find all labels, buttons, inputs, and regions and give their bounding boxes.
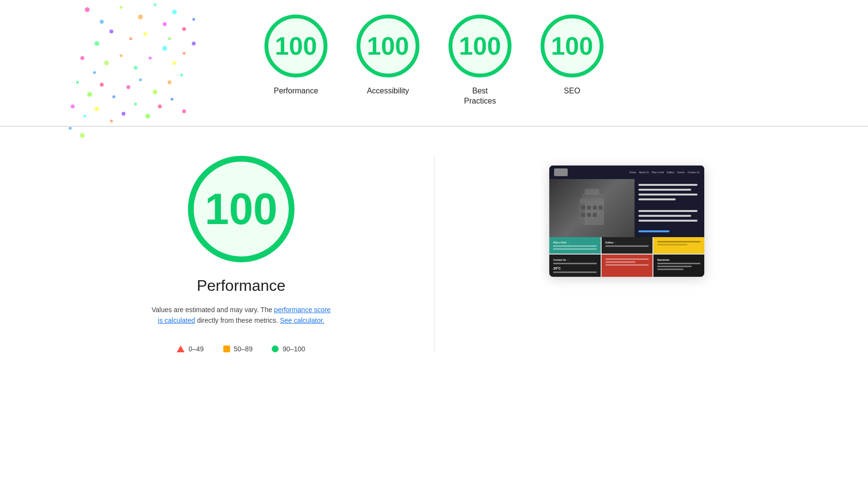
hero-line-2 — [638, 189, 691, 191]
cell-line-13 — [657, 269, 683, 270]
seo-score-item: 100 SEO — [541, 15, 604, 96]
hero-line-6 — [638, 215, 691, 217]
scores-section: 100 Performance 100 Accessibility 100 Be… — [0, 0, 868, 126]
performance-detail-panel: 100 Performance Values are estimated and… — [97, 156, 386, 353]
performance-value: 100 — [275, 33, 317, 59]
cell-line-10 — [605, 264, 649, 266]
grid-plan-visit: Plan a Visit → — [549, 237, 600, 254]
cell-line-9 — [605, 261, 636, 263]
accessibility-circle: 100 — [356, 15, 419, 77]
cell-line-8 — [605, 258, 649, 260]
cell-line-7 — [553, 271, 596, 273]
calculator-link[interactable]: See calculator. — [280, 316, 325, 324]
best-practices-value: 100 — [459, 33, 501, 59]
cell-line-11 — [657, 263, 700, 264]
description-prefix: Values are estimated and may vary. The — [152, 306, 274, 314]
big-performance-label: Performance — [197, 277, 285, 295]
screenshot-panel: Home About Us Plan a Visit Gallery Event… — [483, 156, 772, 353]
nav-home: Home — [630, 171, 636, 174]
performance-label: Performance — [274, 86, 318, 96]
cell-title-newsletter: Newsletter — [657, 258, 700, 261]
performance-description: Values are estimated and may vary. The p… — [152, 304, 331, 326]
accessibility-label: Accessibility — [367, 86, 409, 96]
svg-rect-52 — [599, 206, 603, 210]
cell-line-2 — [553, 248, 596, 250]
nav-about: About Us — [639, 171, 649, 174]
hero-line-5 — [638, 210, 698, 212]
cell-title-gallery: Gallery → — [605, 241, 649, 244]
legend-green-range: 90–100 — [282, 345, 305, 353]
grid-contact: Contact Us → 26°C — [549, 255, 600, 277]
cell-line-4 — [657, 241, 700, 242]
green-circle-icon — [272, 346, 279, 352]
cell-line-3 — [605, 245, 649, 247]
big-performance-value: 100 — [205, 187, 278, 231]
score-legend: 0–49 50–89 90–100 — [177, 345, 305, 353]
cell-line-12 — [657, 266, 692, 267]
best-practices-score-item: 100 BestPractices — [449, 15, 512, 106]
seo-circle: 100 — [541, 15, 604, 77]
seo-label: SEO — [564, 86, 580, 96]
orange-square-icon — [223, 346, 230, 352]
hero-line-7 — [638, 220, 698, 222]
building-image — [549, 179, 635, 237]
best-practices-label: BestPractices — [464, 86, 496, 106]
accessibility-value: 100 — [367, 33, 409, 59]
svg-rect-53 — [581, 213, 585, 217]
svg-rect-49 — [581, 206, 585, 210]
grid-gallery: Gallery → — [602, 237, 652, 254]
hero-line-4 — [638, 198, 676, 200]
nav-events: Events — [677, 171, 684, 174]
svg-rect-55 — [593, 213, 597, 217]
accessibility-score-item: 100 Accessibility — [356, 15, 419, 96]
hero-image — [549, 179, 635, 237]
cell-line-6 — [553, 263, 596, 264]
description-mid: directly from these metrics. — [195, 316, 280, 324]
svg-rect-54 — [587, 213, 591, 217]
site-screenshot: Home About Us Plan a Visit Gallery Event… — [549, 166, 704, 277]
site-nav: Home About Us Plan a Visit Gallery Event… — [630, 171, 700, 174]
hero-line-3 — [638, 194, 698, 196]
red-triangle-icon — [177, 346, 185, 352]
legend-orange-range: 50–89 — [234, 345, 253, 353]
building-svg — [577, 189, 606, 227]
legend-red: 0–49 — [177, 345, 203, 353]
cell-line-5 — [657, 244, 688, 245]
grid-red — [602, 255, 652, 277]
legend-red-range: 0–49 — [188, 345, 203, 353]
site-logo — [554, 168, 568, 176]
svg-rect-50 — [587, 206, 591, 210]
svg-rect-48 — [585, 189, 599, 195]
nav-gallery: Gallery — [666, 171, 674, 174]
svg-rect-47 — [582, 194, 602, 201]
performance-score-item: 100 Performance — [264, 15, 327, 96]
hero-line-1 — [638, 184, 698, 186]
seo-value: 100 — [551, 33, 593, 59]
legend-orange: 50–89 — [223, 345, 253, 353]
nav-contact: Contact Us — [688, 171, 700, 174]
site-grid: Plan a Visit → Gallery → Contact Us → 26… — [549, 237, 704, 277]
best-practices-circle: 100 — [449, 15, 512, 77]
grid-yellow — [653, 237, 704, 254]
hero-link-line — [638, 230, 669, 232]
vertical-divider — [434, 156, 434, 353]
detail-section: 100 Performance Values are estimated and… — [0, 127, 868, 373]
performance-circle: 100 — [264, 15, 327, 77]
hero-text — [635, 179, 704, 237]
legend-green: 90–100 — [272, 345, 305, 353]
cell-temp: 26°C — [553, 267, 596, 270]
svg-rect-51 — [593, 206, 597, 210]
site-header: Home About Us Plan a Visit Gallery Event… — [549, 166, 704, 179]
site-hero — [549, 179, 704, 237]
grid-newsletter: Newsletter — [653, 255, 704, 277]
cell-title-contact: Contact Us → — [553, 258, 596, 261]
cell-title-plan: Plan a Visit → — [553, 241, 596, 244]
nav-plan: Plan a Visit — [651, 171, 664, 174]
cell-line-1 — [553, 245, 596, 247]
big-performance-circle: 100 — [188, 156, 294, 262]
